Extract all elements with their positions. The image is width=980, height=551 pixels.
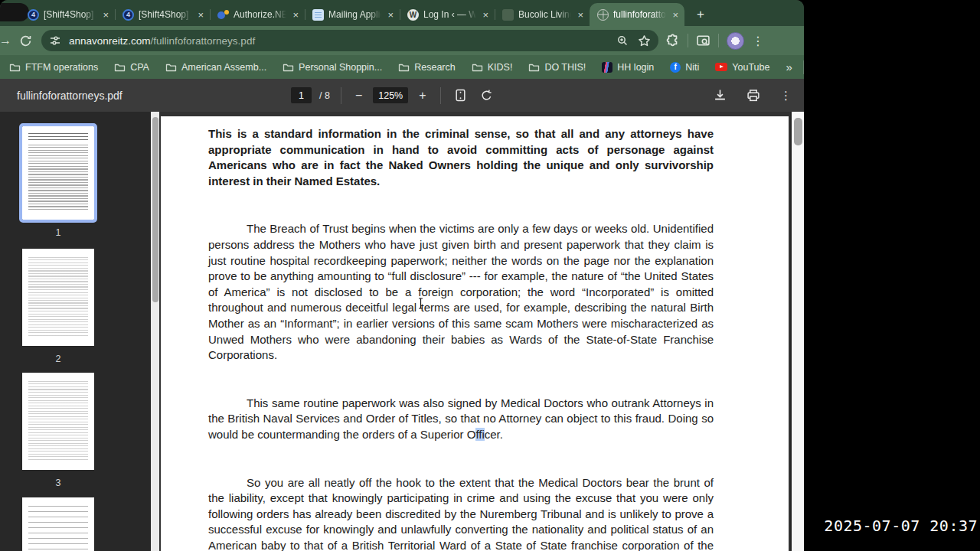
url-path: /fullinfoforattorneys.pdf xyxy=(151,35,256,47)
browser-window: 4 [Shift4Shop] Ad × 4 [Shift4Shop] Ad × … xyxy=(0,0,804,551)
forward-icon[interactable]: → xyxy=(0,31,15,51)
tab-wordpress-login[interactable]: W Log In ‹ — Wor × xyxy=(400,3,495,26)
profile-avatar[interactable] xyxy=(727,32,744,50)
tab-pdf-active[interactable]: fullinfoforattorn × xyxy=(590,3,684,26)
close-icon[interactable]: × xyxy=(101,8,110,21)
toolbar-right-icons: ⋮ xyxy=(666,32,764,50)
tab-mailing-application[interactable]: Mailing Applica × xyxy=(305,3,400,26)
thumbnail-page-number: 1 xyxy=(22,227,94,238)
pdf-page[interactable]: This is a standard information in the cr… xyxy=(161,116,789,551)
thumbnail-page-number: 3 xyxy=(22,478,94,488)
bookmark-niti[interactable]: f Niti xyxy=(670,62,699,73)
bookmark-label: YouTube xyxy=(732,62,769,73)
paragraph-3: This same routine paperwork was also sig… xyxy=(208,396,714,443)
close-icon[interactable]: × xyxy=(386,8,395,21)
browser-menu-icon[interactable]: ⋮ xyxy=(752,34,764,48)
divider xyxy=(718,34,719,47)
tab-title: Mailing Applica xyxy=(328,9,381,20)
shift4shop-icon: 4 xyxy=(122,9,134,21)
folder-icon xyxy=(528,62,540,72)
side-panel-search-icon[interactable] xyxy=(696,34,710,48)
close-icon[interactable]: × xyxy=(481,8,490,21)
pdf-toolbar: fullinfoforattorneys.pdf 1 / 8 − 125% + xyxy=(0,79,804,112)
bookmark-label: HH login xyxy=(617,62,654,73)
bookmark-label: Personal Shoppin... xyxy=(299,62,382,73)
bookmark-label: CPA xyxy=(130,62,149,73)
divider xyxy=(688,34,688,47)
tune-icon[interactable] xyxy=(49,34,61,47)
fit-page-icon[interactable] xyxy=(452,89,469,102)
page-total-label: / 8 xyxy=(319,90,330,101)
thumbnail-image[interactable] xyxy=(22,249,94,346)
bookmarks-overflow-icon[interactable]: » xyxy=(786,60,792,73)
url-text[interactable]: annavonreitz.com/fullinfoforattorneys.pd… xyxy=(69,35,607,47)
wordpress-icon: W xyxy=(407,9,419,21)
bookmark-do-this[interactable]: DO THIS! xyxy=(528,62,586,73)
bookmark-personal-shopping[interactable]: Personal Shoppin... xyxy=(283,62,382,73)
facebook-icon: f xyxy=(670,62,681,73)
close-icon[interactable]: × xyxy=(576,8,585,21)
extensions-icon[interactable] xyxy=(666,34,680,47)
thumb-text-lines xyxy=(28,133,88,142)
tab-bucolic-living[interactable]: Bucolic Living L × xyxy=(495,3,590,26)
close-icon[interactable]: × xyxy=(291,8,300,21)
pdf-thumbnail-sidebar: 1 2 3 xyxy=(0,112,159,551)
rotate-icon[interactable] xyxy=(477,89,496,102)
thumbnail-image[interactable] xyxy=(22,497,94,551)
tab-title: Log In ‹ — Wor xyxy=(423,9,476,20)
divider xyxy=(803,60,804,74)
zoom-level-input[interactable]: 125% xyxy=(373,87,408,103)
pdf-filename: fullinfoforattorneys.pdf xyxy=(17,90,122,102)
thumbnail-page-2[interactable]: 2 xyxy=(22,249,94,346)
bookmark-label: KIDS! xyxy=(488,62,513,73)
paragraph-2: The Breach of Trust begins when the vict… xyxy=(208,221,714,363)
pdf-page-controls: 1 / 8 − 125% + xyxy=(291,87,496,104)
reload-icon[interactable] xyxy=(15,31,35,51)
bookmark-ftfm-operations[interactable]: FTFM operations xyxy=(9,62,98,73)
thumbnail-image[interactable] xyxy=(22,126,94,220)
bookmarks-bar: FTFM operations CPA American Assemb... P… xyxy=(0,55,804,79)
thumb-text-lines xyxy=(28,257,88,337)
zoom-in-button[interactable]: + xyxy=(416,89,429,103)
bookmark-american-assembly[interactable]: American Assemb... xyxy=(165,62,266,73)
pdf-scrollbar[interactable] xyxy=(790,112,804,551)
download-icon[interactable] xyxy=(714,89,727,102)
thumbnail-page-number: 2 xyxy=(22,354,94,364)
sidebar-scrollbar[interactable] xyxy=(151,112,159,551)
thumbnail-page-4[interactable] xyxy=(22,497,94,551)
bookmark-hh-login[interactable]: HH login xyxy=(602,62,654,73)
thumbnail-page-1[interactable]: 1 xyxy=(22,126,94,220)
close-icon[interactable]: × xyxy=(671,8,680,21)
browser-toolbar: → annavonreitz.com/fullinfoforattorneys.… xyxy=(0,26,804,55)
thumb-table-lines xyxy=(28,506,88,551)
thumbnail-page-3[interactable]: 3 xyxy=(22,373,94,470)
sidebar-scrollbar-thumb[interactable] xyxy=(152,117,158,302)
url-domain: annavonreitz.com xyxy=(69,35,151,47)
thumb-text-lines xyxy=(28,381,88,461)
tab-shift4shop-2[interactable]: 4 [Shift4Shop] Ad × xyxy=(115,3,210,26)
zoom-out-button[interactable]: − xyxy=(352,89,365,103)
pdf-action-icons: ⋮ xyxy=(714,89,792,103)
bookmark-youtube[interactable]: YouTube xyxy=(715,62,769,73)
bookmark-label: DO THIS! xyxy=(544,62,586,73)
folder-icon xyxy=(165,62,177,72)
print-icon[interactable] xyxy=(746,89,760,102)
address-bar[interactable]: annavonreitz.com/fullinfoforattorneys.pd… xyxy=(41,30,658,51)
tab-title: Authorize.NET xyxy=(234,9,286,20)
tab-shift4shop-1[interactable]: 4 [Shift4Shop] Ad × xyxy=(20,3,115,26)
tab-title: Bucolic Living L xyxy=(518,9,571,20)
tab-strip: 4 [Shift4Shop] Ad × 4 [Shift4Shop] Ad × … xyxy=(0,0,804,26)
pdf-menu-icon[interactable]: ⋮ xyxy=(780,89,792,103)
thumbnail-image[interactable] xyxy=(22,373,94,470)
close-icon[interactable]: × xyxy=(196,8,205,21)
new-tab-button[interactable]: + xyxy=(691,5,710,24)
bookmark-star-icon[interactable] xyxy=(638,34,651,47)
bookmark-kids[interactable]: KIDS! xyxy=(472,62,513,73)
bookmark-cpa[interactable]: CPA xyxy=(114,62,149,73)
text-cursor xyxy=(417,298,424,309)
bookmark-research[interactable]: Research xyxy=(398,62,456,73)
page-number-input[interactable]: 1 xyxy=(291,87,312,103)
pdf-scrollbar-thumb[interactable] xyxy=(794,118,802,145)
tab-authorize-net[interactable]: Authorize.NET × xyxy=(210,3,305,26)
zoom-search-icon[interactable] xyxy=(616,34,629,47)
